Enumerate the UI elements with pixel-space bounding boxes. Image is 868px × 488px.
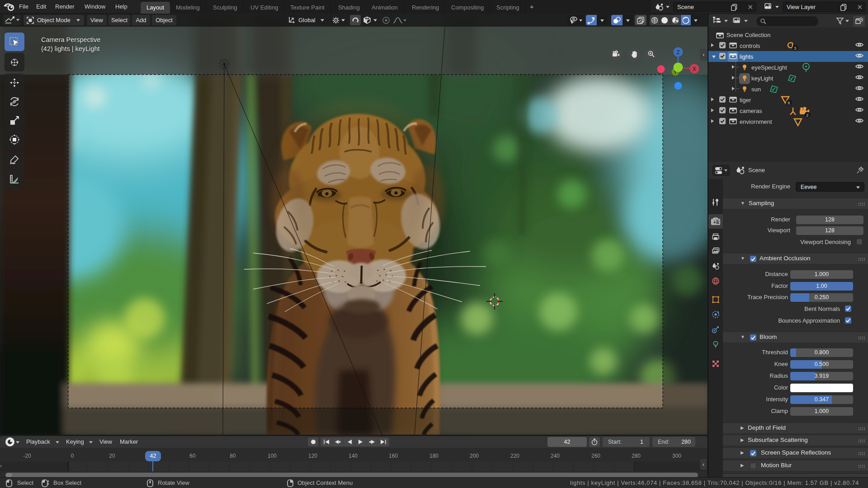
svg-text:2: 2 bbox=[806, 113, 808, 117]
svg-text:Z: Z bbox=[676, 49, 679, 56]
svg-text:3: 3 bbox=[794, 46, 796, 51]
svg-text:X: X bbox=[693, 66, 696, 72]
svg-text:8: 8 bbox=[788, 100, 790, 105]
